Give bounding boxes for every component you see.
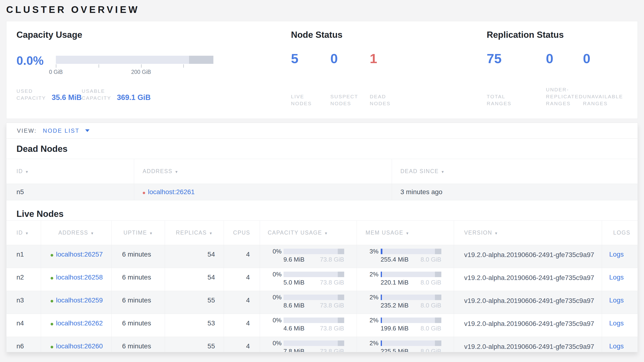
logs-link[interactable]: Logs: [609, 296, 624, 304]
mem-usage-cell: 2% 220.1 MiB8.0 GiB: [356, 268, 454, 291]
node-address-cell: localhost:26257: [41, 245, 112, 268]
stat-label: TOTALRANGES: [487, 93, 546, 107]
capacity-bar-reserved-segment: [189, 56, 214, 64]
uptime-cell: 6 minutes: [112, 314, 165, 337]
mem-pct-label: 2%: [357, 295, 378, 300]
capacity-bar-wrap: 0 GiB200 GiB: [56, 51, 214, 75]
logs-cell: Logs: [602, 245, 638, 268]
node-address-link[interactable]: localhost:26259: [56, 296, 103, 304]
capacity-used-value: 5.0 MiB: [284, 279, 304, 286]
stat-label: UNAVAILABLERANGES: [583, 93, 623, 107]
uptime-cell: 6 minutes: [112, 291, 165, 314]
sort-arrow-icon: ▼: [25, 170, 29, 174]
mem-usage-cell: 2% 225.5 MiB8.0 GiB: [356, 337, 454, 352]
uptime-cell: 6 minutes: [112, 337, 165, 352]
logs-cell: Logs: [602, 314, 638, 337]
stat-label-line: RANGES: [487, 100, 546, 107]
mem-total-value: 8.0 GiB: [420, 256, 441, 263]
view-selector[interactable]: NODE LIST: [43, 127, 80, 134]
node-status-section: Node Status 5 LIVENODES 0 SUSPECTNODES 1: [291, 29, 487, 119]
stat-number: 5: [291, 51, 330, 66]
axis-tick: [141, 64, 142, 68]
mem-reserved-segment: [435, 317, 441, 323]
capacity-used-value: 9.6 MiB: [284, 256, 304, 263]
mem-pct-label: 2%: [357, 317, 378, 323]
node-address-link[interactable]: localhost:26260: [56, 342, 103, 350]
capacity-usage-section: Capacity Usage 0.0% 0 GiB200 GiB USEDCAP…: [16, 29, 291, 119]
column-header-id[interactable]: ID▼: [6, 159, 134, 184]
column-header-replicas[interactable]: REPLICAS▼: [165, 221, 224, 245]
column-header-address[interactable]: ADDRESS▼: [134, 159, 392, 184]
stat-number: 75: [487, 51, 546, 66]
stat-label-line: NODES: [291, 100, 330, 107]
capacity-usage-cell: 0% 7.8 MiB73.8 GiB: [260, 337, 356, 352]
logs-cell: Logs: [602, 268, 638, 291]
logs-link[interactable]: Logs: [609, 251, 624, 258]
stat-number: 0: [546, 51, 583, 66]
capacity-usage-cell: 0% 9.6 MiB73.8 GiB: [260, 245, 356, 268]
column-header-dead-since[interactable]: DEAD SINCE▼: [392, 159, 638, 184]
view-label: VIEW:: [17, 127, 37, 134]
logs-cell: Logs: [602, 337, 638, 352]
node-id-cell: n3: [6, 291, 41, 314]
sort-arrow-icon: ▼: [406, 231, 409, 235]
node-address-link[interactable]: localhost:26262: [56, 319, 103, 327]
column-header-uptime[interactable]: UPTIME▼: [112, 221, 165, 245]
capacity-axis-ticks: [56, 64, 214, 68]
mem-mini-chart: 2% 199.6 MiB8.0 GiB: [357, 314, 454, 332]
mem-usage-cell: 2% 199.6 MiB8.0 GiB: [356, 314, 454, 337]
status-stat: 0 UNAVAILABLERANGES: [583, 51, 623, 107]
logs-link[interactable]: Logs: [609, 342, 624, 350]
capacity-mini-chart: 0% 4.6 MiB73.8 GiB: [260, 314, 356, 332]
version-cell: v19.2.0-alpha.20190606-2491-gfe735c9a97: [454, 337, 602, 352]
capacity-reserved-segment: [338, 272, 344, 277]
mem-used-value: 220.1 MiB: [381, 279, 409, 286]
stat-label: LIVENODES: [291, 93, 330, 107]
status-stat: 75 TOTALRANGES: [487, 51, 546, 107]
capacity-stat: USEDCAPACITY 35.6 MiB: [16, 88, 82, 101]
capacity-bar: [56, 56, 214, 64]
mem-fill-segment: [381, 295, 382, 300]
replication-status-section: Replication Status 75 TOTALRANGES 0 UNDE…: [487, 29, 628, 119]
capacity-mini-bar: [284, 249, 344, 254]
node-address-link[interactable]: localhost:26258: [56, 274, 103, 281]
mem-total-value: 8.0 GiB: [420, 279, 441, 286]
live-nodes-header-row: ID▼ ADDRESS▼ UPTIME▼ REPLICAS▼ CPUS CAPA…: [6, 221, 638, 245]
capacity-total-value: 73.8 GiB: [320, 325, 344, 332]
column-header-cpus: CPUS: [224, 221, 260, 245]
stat-label-line: CAPACITY: [16, 94, 46, 101]
replicas-cell: 53: [165, 314, 224, 337]
cluster-overview-page: CLUSTER OVERVIEW Capacity Usage 0.0% 0 G…: [0, 0, 644, 362]
stat-label: SUSPECTNODES: [330, 93, 370, 107]
stat-label-line: CAPACITY: [82, 94, 111, 101]
column-header-capacity-usage[interactable]: CAPACITY USAGE▼: [260, 221, 356, 245]
chevron-down-icon[interactable]: [85, 129, 90, 132]
column-header-id[interactable]: ID▼: [6, 221, 41, 245]
stat-label-line: UNAVAILABLE: [583, 93, 623, 100]
capacity-pct-label: 0%: [260, 249, 282, 254]
column-header-mem-usage[interactable]: MEM USAGE▼: [356, 221, 454, 245]
logs-link[interactable]: Logs: [609, 319, 624, 327]
stat-number: 0: [583, 51, 623, 66]
column-header-address[interactable]: ADDRESS▼: [41, 221, 112, 245]
capacity-pct-label: 0%: [260, 317, 282, 323]
node-address-link[interactable]: localhost:26261: [148, 188, 195, 196]
live-node-row: n2 localhost:26258 6 minutes 54 4 0% 5.0…: [6, 268, 638, 291]
uptime-cell: 6 minutes: [112, 245, 165, 268]
version-cell: v19.2.0-alpha.20190606-2491-gfe735c9a97: [454, 268, 602, 291]
stat-label: UNDER-REPLICATEDRANGES: [546, 86, 583, 107]
status-stat: 5 LIVENODES: [291, 51, 330, 107]
cpus-cell: 4: [224, 337, 260, 352]
node-id-cell: n4: [6, 314, 41, 337]
mem-pct-label: 3%: [357, 249, 378, 254]
node-id-cell: n5: [6, 184, 134, 200]
sort-arrow-icon: ▼: [90, 231, 94, 235]
stat-label-line: RANGES: [583, 100, 623, 107]
version-cell: v19.2.0-alpha.20190606-2491-gfe735c9a97: [454, 291, 602, 314]
logs-link[interactable]: Logs: [609, 274, 624, 281]
live-node-dot-icon: [50, 254, 53, 257]
column-header-version[interactable]: VERSION▼: [454, 221, 602, 245]
sort-arrow-icon: ▼: [25, 231, 29, 235]
capacity-chart: 0.0% 0 GiB200 GiB: [16, 51, 291, 75]
node-address-link[interactable]: localhost:26257: [56, 251, 103, 258]
